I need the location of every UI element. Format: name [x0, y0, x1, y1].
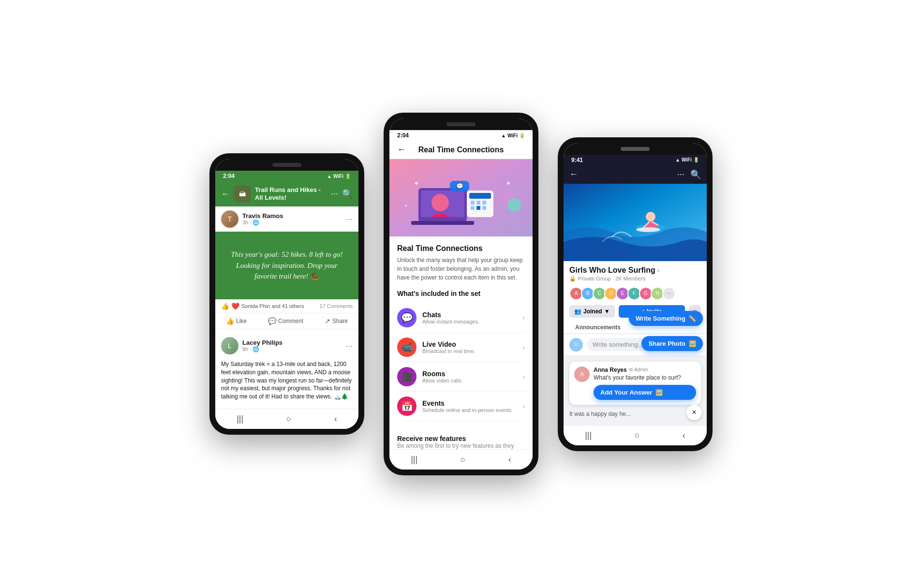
like-reaction-icon: 👍	[221, 302, 229, 310]
write-icon: ✏️	[688, 315, 696, 322]
more-members-btn[interactable]: ···	[662, 287, 676, 300]
home-nav-3[interactable]: |||	[585, 430, 592, 441]
anna-info: Anna Reyes ⚙ Admin What's your favorite …	[594, 367, 696, 400]
post-text-1: This year's goal: 52 hikes. 8 left to go…	[225, 249, 349, 282]
anna-question: What's your favorite place to surf?	[594, 374, 696, 381]
receive-title: Receive new features	[397, 435, 525, 442]
svg-point-14	[507, 198, 521, 212]
feature-icon: 🎥	[397, 367, 416, 386]
post-card-2: L Lacey Philips 8h · 🌐 ··· My Saturday t…	[215, 329, 358, 409]
anna-name: Anna Reyes	[594, 367, 627, 373]
anna-card: A Anna Reyes ⚙ Admin What's your favorit…	[569, 362, 701, 405]
svg-rect-8	[476, 201, 480, 205]
feature-text: Events Schedule online and in-person eve…	[422, 399, 517, 413]
user-info-lacey: Lacey Philips 8h · 🌐	[242, 339, 342, 353]
svg-rect-7	[471, 201, 475, 205]
phone-surfing-group: 9:41 ▲ WiFi 🔋 ← ··· 🔍	[558, 137, 713, 451]
post-actions-1: 👍 Like 💬 Comment ↗ Share	[215, 313, 358, 329]
status-time-2: 2:04	[397, 132, 409, 139]
like-button[interactable]: 👍 Like	[222, 315, 251, 327]
svg-text:💬: 💬	[456, 182, 463, 190]
more-icon-3[interactable]: ···	[677, 169, 684, 180]
add-icon: 🖼️	[655, 389, 663, 396]
members-row: A B C D E F G H ···	[564, 285, 707, 302]
dropdown-icon: ▼	[604, 308, 610, 315]
like-label: Like	[236, 318, 247, 324]
feature-desc: Broadcast in real time.	[422, 348, 517, 354]
svg-point-25	[636, 227, 660, 232]
feature-item-live-video[interactable]: 📹 Live Video Broadcast in real time. ›	[397, 333, 525, 362]
add-answer-label: Add Your Answer	[600, 389, 652, 396]
feature-text: Live Video Broadcast in real time.	[422, 340, 517, 354]
add-answer-button[interactable]: Add Your Answer 🖼️	[594, 385, 696, 400]
comment-icon: 💬	[268, 317, 276, 325]
feature-name: Rooms	[422, 370, 517, 378]
back-nav-2[interactable]: ‹	[508, 455, 511, 465]
feature-item-rooms[interactable]: 🎥 Rooms Allow video calls. ›	[397, 362, 525, 392]
like-icon: 👍	[226, 317, 234, 325]
anna-admin-badge: ⚙ Admin	[629, 367, 648, 372]
svg-rect-6	[469, 193, 491, 199]
home-circle-2[interactable]: ○	[461, 455, 466, 465]
lock-icon: 🔒	[569, 276, 576, 282]
svg-rect-11	[476, 206, 480, 210]
post-section: A Anna Reyes ⚙ Admin What's your favorit…	[564, 356, 707, 425]
user-avatar-lacey: L	[221, 337, 238, 354]
home-circle-1[interactable]: ○	[286, 414, 292, 424]
svg-rect-12	[482, 206, 486, 210]
user-avatar-travis: T	[221, 210, 238, 228]
feature-chevron-icon: ›	[522, 314, 525, 322]
user-info-travis: Travis Ramos 3h · 🌐	[242, 212, 342, 226]
feature-text: Chats Allow instant messages.	[422, 311, 517, 324]
home-circle-3[interactable]: ○	[635, 430, 640, 441]
write-something-row: U Write something... Write Something ✏️ …	[564, 334, 707, 356]
rtc-title: Real Time Connections	[397, 244, 525, 253]
svg-text:✦: ✦	[404, 203, 408, 208]
header-actions-1: ··· 🔍	[331, 189, 353, 199]
feature-icon: 📅	[397, 397, 416, 416]
share-photo-label: Share Photo	[648, 340, 685, 347]
share-icon: ↗	[325, 317, 330, 325]
write-something-tooltip: Write Something ✏️	[629, 311, 703, 326]
post-text-2: My Saturday trek = a 13-mile out and bac…	[215, 358, 358, 405]
svg-rect-3	[411, 221, 474, 225]
group-info: Girls Who Love Surfing › 🔒 Private Group…	[564, 261, 707, 285]
joined-button[interactable]: 👥 Joined ▼	[569, 305, 615, 318]
bottom-nav-3: ||| ○ ‹	[564, 425, 707, 445]
back-button-1[interactable]: ←	[221, 189, 230, 199]
svg-point-4	[431, 194, 449, 211]
reactions-count: Sonida Phin and 41 others	[241, 303, 304, 309]
post-more-dots-2[interactable]: ···	[345, 341, 353, 351]
post-more-dots-1[interactable]: ···	[345, 214, 353, 224]
home-nav-1[interactable]: |||	[237, 414, 243, 424]
home-nav-2[interactable]: |||	[411, 455, 417, 465]
announcements-tab[interactable]: Announcements	[569, 321, 626, 335]
comment-button[interactable]: 💬 Comment	[264, 315, 307, 327]
share-label: Share	[332, 318, 348, 324]
feature-desc: Schedule online and in-person events.	[422, 407, 517, 413]
back-button-2[interactable]: ←	[397, 145, 406, 155]
back-nav-3[interactable]: ‹	[683, 430, 685, 441]
search-icon-1[interactable]: 🔍	[342, 189, 353, 199]
user-meta-travis: 3h · 🌐	[242, 220, 342, 226]
search-icon-3[interactable]: 🔍	[690, 169, 701, 180]
svg-text:✦: ✦	[414, 179, 419, 187]
group-arrow[interactable]: ›	[657, 267, 659, 274]
back-nav-1[interactable]: ‹	[334, 414, 337, 424]
people-icon: 👥	[574, 308, 581, 315]
back-button-3[interactable]: ←	[569, 169, 578, 179]
feature-item-events[interactable]: 📅 Events Schedule online and in-person e…	[397, 392, 525, 421]
share-button[interactable]: ↗ Share	[321, 315, 352, 327]
feature-item-chats[interactable]: 💬 Chats Allow instant messages. ›	[397, 303, 525, 333]
user-name-lacey: Lacey Philips	[242, 339, 342, 346]
share-photo-tooltip: Share Photo 🖼️	[641, 336, 703, 351]
close-button[interactable]: ×	[686, 405, 702, 420]
svg-rect-10	[471, 206, 475, 210]
user-meta-lacey: 8h · 🌐	[242, 346, 342, 353]
status-time-1: 2:04	[223, 173, 235, 179]
user-name-travis: Travis Ramos	[242, 212, 342, 220]
more-icon-1[interactable]: ···	[331, 189, 338, 199]
group-name: Girls Who Love Surfing	[569, 266, 655, 275]
status-icons-1: ▲ WiFi 🔋	[327, 174, 351, 179]
status-icons-3: ▲ WiFi 🔋	[675, 157, 699, 162]
